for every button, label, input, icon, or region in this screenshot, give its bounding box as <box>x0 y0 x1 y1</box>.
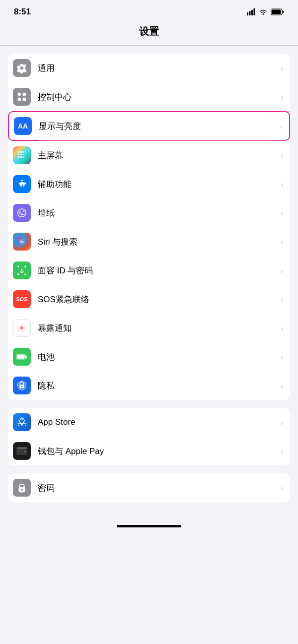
control-center-chevron: › <box>281 93 283 101</box>
settings-row-password[interactable]: 密码 › <box>8 473 290 502</box>
privacy-label: 隐私 <box>38 380 278 391</box>
home-screen-chevron: › <box>281 151 283 160</box>
settings-row-face-id[interactable]: 面容 ID 与密码 › <box>8 256 290 285</box>
settings-row-battery[interactable]: 电池 › <box>8 342 290 371</box>
privacy-chevron: › <box>281 382 283 390</box>
svg-rect-36 <box>17 355 24 358</box>
settings-row-siri[interactable]: Siri 与搜索 › <box>8 227 290 256</box>
svg-rect-35 <box>26 356 27 358</box>
accessibility-chevron: › <box>281 180 283 189</box>
wallpaper-chevron: › <box>281 209 283 217</box>
display-label: 显示与亮度 <box>39 121 277 132</box>
appstore-chevron: › <box>281 418 283 427</box>
svg-rect-18 <box>18 156 19 158</box>
general-label: 通用 <box>38 63 278 74</box>
battery-settings-icon <box>13 348 31 366</box>
svg-rect-2 <box>251 10 253 15</box>
wallet-icon <box>13 442 31 460</box>
settings-row-general[interactable]: 通用 › <box>8 54 290 82</box>
svg-point-24 <box>19 211 21 213</box>
svg-rect-13 <box>20 151 22 153</box>
svg-rect-20 <box>23 156 24 158</box>
settings-group-2: App Store › 钱包与 Apple Pay › <box>8 408 290 465</box>
home-screen-icon <box>13 146 31 164</box>
svg-point-28 <box>20 269 21 270</box>
wifi-icon <box>259 8 268 15</box>
siri-icon <box>13 233 31 251</box>
settings-row-display[interactable]: AA 显示与亮度 › <box>8 111 290 141</box>
settings-row-wallet[interactable]: 钱包与 Apple Pay › <box>8 437 290 465</box>
svg-rect-8 <box>18 93 21 96</box>
settings-group-3: 密码 › <box>8 473 290 502</box>
password-label: 密码 <box>38 482 278 494</box>
exposure-chevron: › <box>281 324 283 332</box>
svg-rect-0 <box>247 12 248 15</box>
svg-rect-3 <box>254 8 255 15</box>
sos-icon: SOS <box>13 290 31 308</box>
wallet-chevron: › <box>281 447 283 455</box>
svg-rect-6 <box>283 11 284 13</box>
wallet-label: 钱包与 Apple Pay <box>38 446 278 457</box>
svg-rect-12 <box>18 151 19 153</box>
appstore-icon <box>13 413 31 431</box>
settings-row-sos[interactable]: SOS SOS紧急联络 › <box>8 285 290 314</box>
password-icon <box>13 479 31 497</box>
svg-point-29 <box>23 269 23 270</box>
status-bar: 8:51 <box>0 0 298 21</box>
accessibility-icon <box>13 175 31 193</box>
accessibility-label: 辅助功能 <box>38 179 278 190</box>
svg-rect-14 <box>23 151 24 153</box>
settings-row-wallpaper[interactable]: 墙纸 › <box>8 198 290 227</box>
wallpaper-icon <box>13 204 31 222</box>
svg-rect-16 <box>20 154 22 155</box>
display-chevron: › <box>280 122 282 130</box>
wallpaper-label: 墙纸 <box>38 207 278 219</box>
settings-row-exposure[interactable]: 暴露通知 › <box>8 314 290 342</box>
svg-point-30 <box>20 326 23 329</box>
svg-rect-9 <box>23 93 26 96</box>
battery-icon <box>271 8 284 15</box>
face-id-chevron: › <box>281 266 283 275</box>
settings-row-accessibility[interactable]: 辅助功能 › <box>8 170 290 198</box>
svg-rect-17 <box>23 154 24 155</box>
svg-rect-7 <box>272 10 281 14</box>
status-icons <box>247 8 284 15</box>
control-center-icon <box>13 88 31 106</box>
exposure-label: 暴露通知 <box>38 322 278 334</box>
general-chevron: › <box>281 64 283 72</box>
display-icon: AA <box>14 117 32 135</box>
settings-row-home-screen[interactable]: 主屏幕 › <box>8 141 290 170</box>
signal-icon <box>247 8 256 15</box>
svg-point-23 <box>18 209 26 217</box>
svg-rect-21 <box>25 151 26 152</box>
svg-rect-1 <box>249 11 251 16</box>
battery-label: 电池 <box>38 351 278 363</box>
settings-row-control-center[interactable]: 控制中心 › <box>8 82 290 111</box>
svg-rect-19 <box>20 156 22 158</box>
svg-point-22 <box>21 180 23 182</box>
settings-group-1: 通用 › 控制中心 › AA 显示与亮度 › <box>8 54 290 400</box>
face-id-icon <box>13 261 31 279</box>
sos-label: SOS紧急联络 <box>38 294 278 305</box>
svg-rect-10 <box>18 98 21 101</box>
svg-rect-11 <box>23 98 26 101</box>
home-screen-label: 主屏幕 <box>38 150 278 161</box>
appstore-label: App Store <box>38 417 278 427</box>
home-indicator <box>117 525 181 527</box>
siri-chevron: › <box>281 238 283 246</box>
settings-row-privacy[interactable]: 隐私 › <box>8 371 290 400</box>
svg-rect-40 <box>17 447 27 449</box>
page-title: 设置 <box>139 26 159 37</box>
svg-point-42 <box>24 451 25 452</box>
password-chevron: › <box>281 484 283 492</box>
siri-label: Siri 与搜索 <box>38 236 278 248</box>
exposure-icon <box>13 319 31 337</box>
control-center-label: 控制中心 <box>38 91 278 103</box>
svg-rect-15 <box>18 154 19 155</box>
sos-chevron: › <box>281 295 283 304</box>
general-icon <box>13 59 31 77</box>
svg-point-25 <box>23 210 24 212</box>
face-id-label: 面容 ID 与密码 <box>38 265 278 276</box>
settings-row-appstore[interactable]: App Store › <box>8 408 290 437</box>
status-time: 8:51 <box>14 7 31 17</box>
